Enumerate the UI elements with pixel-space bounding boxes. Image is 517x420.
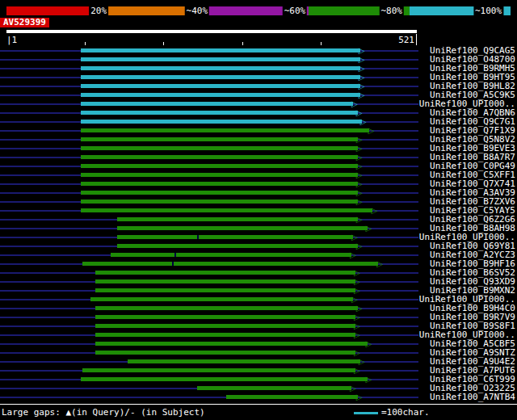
- hit-arrow-icon: ▷: [350, 384, 356, 393]
- hit-arrow-icon: ▷: [354, 348, 360, 357]
- hit-bar[interactable]: [82, 262, 379, 266]
- hit-bar[interactable]: [95, 315, 355, 319]
- hit-bar[interactable]: [81, 66, 360, 70]
- hit-bar[interactable]: [117, 235, 353, 239]
- hit-bar[interactable]: [81, 155, 358, 159]
- hit-arrow-icon: ▷: [356, 135, 363, 144]
- hit-arrow-icon: ▷: [359, 82, 365, 90]
- hit-arrow-icon: ▷: [354, 330, 360, 339]
- hit-arrow-icon: ▷: [356, 215, 363, 224]
- hit-bar[interactable]: [81, 120, 362, 124]
- hit-row: ▷UniRef100_A7NTB4: [0, 393, 517, 401]
- hit-arrow-icon: ▷: [356, 153, 363, 162]
- hit-bar[interactable]: [81, 75, 360, 79]
- hit-arrow-icon: ▷: [368, 126, 374, 135]
- hit-bar[interactable]: [81, 84, 360, 88]
- hit-bar[interactable]: [197, 386, 351, 390]
- hit-bar[interactable]: [81, 57, 360, 61]
- legend-scale-label: =100char.: [381, 408, 430, 418]
- hit-arrow-icon: ▷: [356, 170, 363, 179]
- hit-arrow-icon: ▷: [354, 286, 360, 295]
- hit-arrow-icon: ▷: [356, 393, 363, 401]
- scale-label: ~100%: [473, 6, 503, 16]
- hit-bar[interactable]: [95, 271, 355, 275]
- hit-bar[interactable]: [81, 377, 368, 381]
- hit-bar[interactable]: [117, 217, 357, 221]
- hit-arrow-icon: ▷: [356, 144, 363, 153]
- ruler-tick: [242, 42, 243, 45]
- hit-label[interactable]: UniRef100_A7NTB4: [430, 393, 515, 401]
- hit-bar[interactable]: [90, 297, 353, 301]
- hit-bar[interactable]: [81, 137, 358, 141]
- legend-scale-line-icon: [354, 412, 378, 414]
- hit-bar[interactable]: [95, 306, 358, 310]
- hit-bar[interactable]: [81, 128, 370, 132]
- ruler: |1 521: [6, 36, 417, 46]
- hit-bar[interactable]: [95, 342, 367, 346]
- hit-arrow-icon: ▷: [354, 277, 360, 286]
- hit-bar[interactable]: [81, 102, 353, 106]
- hit-bar[interactable]: [226, 395, 358, 399]
- hit-bar[interactable]: [81, 173, 358, 177]
- gap-mark: [197, 235, 199, 239]
- hit-arrow-icon: ▷: [354, 268, 360, 277]
- gap-mark: [172, 262, 174, 266]
- hit-bar[interactable]: [81, 200, 358, 204]
- hit-arrow-icon: ▷: [356, 179, 363, 188]
- scale-label: ~40%: [185, 6, 210, 16]
- ruler-start-label: |1: [6, 36, 17, 45]
- ruler-end-label: 521: [398, 36, 414, 45]
- large-gaps-note: Large gaps: ▲(in Query)/- (in Subject): [2, 408, 205, 418]
- hit-bar[interactable]: [82, 368, 355, 372]
- hit-arrow-icon: ▷: [356, 197, 363, 206]
- hit-bar[interactable]: [95, 279, 355, 284]
- hit-bar[interactable]: [117, 226, 367, 230]
- hit-bar[interactable]: [81, 191, 358, 195]
- ruler-tick: [85, 42, 86, 45]
- hit-bar[interactable]: [81, 111, 358, 115]
- scale-label: ~60%: [283, 6, 308, 16]
- query-bar: [6, 30, 417, 33]
- hit-arrow-icon: ▷: [351, 99, 358, 108]
- hit-bar[interactable]: [81, 164, 358, 168]
- hit-bar[interactable]: [111, 253, 351, 257]
- footer-divider: [0, 404, 517, 405]
- hit-arrow-icon: ▷: [366, 224, 372, 233]
- hit-bar[interactable]: [81, 208, 373, 212]
- hit-arrow-icon: ▷: [371, 206, 377, 215]
- hit-arrow-icon: ▷: [351, 295, 358, 304]
- hit-bar[interactable]: [81, 146, 358, 150]
- hit-rows: ▷UniRef100_Q9CAG5▷UniRef100_O48700▷UniRe…: [0, 46, 517, 401]
- hit-arrow-icon: ▷: [359, 46, 365, 55]
- ruler-tick: [163, 42, 164, 45]
- hit-arrow-icon: ▷: [350, 250, 356, 259]
- hit-arrow-icon: ▷: [356, 188, 363, 197]
- blast-graphic-overview: 20%~40%~60%~80%~100% AV529399 |1 521 ▷Un…: [0, 0, 517, 420]
- hit-arrow-icon: ▷: [354, 366, 360, 375]
- hit-bar[interactable]: [81, 93, 360, 97]
- hit-arrow-icon: ▷: [366, 339, 372, 348]
- hit-bar[interactable]: [81, 48, 360, 52]
- hit-arrow-icon: ▷: [356, 304, 363, 313]
- hit-bar[interactable]: [117, 244, 357, 248]
- hit-arrow-icon: ▷: [359, 357, 365, 366]
- hit-arrow-icon: ▷: [354, 313, 360, 321]
- hit-bar[interactable]: [81, 182, 358, 186]
- gap-mark: [174, 253, 176, 257]
- hit-arrow-icon: ▷: [359, 90, 365, 99]
- scale-labels: 20%~40%~60%~80%~100%: [6, 6, 511, 15]
- hit-bar[interactable]: [128, 359, 360, 363]
- ruler-end-tick: [416, 34, 417, 45]
- ruler-tick: [321, 42, 322, 45]
- hit-arrow-icon: ▷: [359, 73, 365, 82]
- scale-label: 20%: [89, 6, 108, 16]
- hit-bar[interactable]: [95, 351, 355, 355]
- hit-bar[interactable]: [95, 333, 355, 337]
- hit-arrow-icon: ▷: [354, 321, 360, 330]
- hit-arrow-icon: ▷: [356, 108, 363, 117]
- hit-bar[interactable]: [95, 288, 355, 292]
- hit-arrow-icon: ▷: [360, 117, 367, 126]
- hit-arrow-icon: ▷: [366, 375, 372, 384]
- hit-arrow-icon: ▷: [359, 55, 365, 64]
- hit-bar[interactable]: [95, 324, 355, 328]
